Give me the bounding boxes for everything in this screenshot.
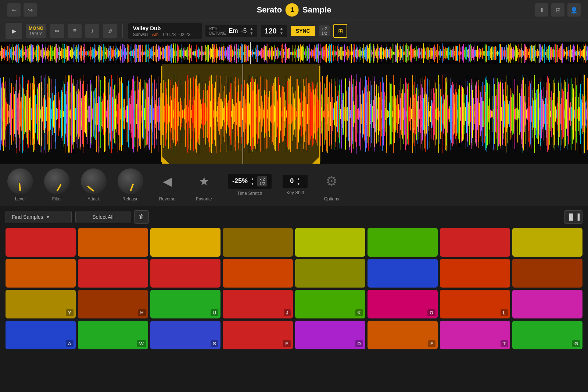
level-label: Level: [15, 196, 26, 202]
track-artist: Subwall: [133, 32, 148, 37]
x2-button[interactable]: x 2 1/2: [319, 25, 330, 36]
bpm-arrows[interactable]: ▲ ▼: [280, 26, 283, 35]
guitar-tool[interactable]: ♪: [85, 24, 99, 38]
attack-knob[interactable]: [81, 168, 107, 194]
pad-r2-c3[interactable]: [150, 259, 220, 288]
pad-r1-c6[interactable]: [368, 228, 438, 257]
user-button[interactable]: 👤: [567, 3, 581, 17]
pencil-tool[interactable]: ✏: [50, 24, 64, 38]
waveform-overview[interactable]: [0, 42, 588, 64]
pad-r1-c7[interactable]: [440, 228, 510, 257]
redo-button[interactable]: ↪: [24, 3, 37, 17]
mono-poly-toggle[interactable]: MONO POLY: [26, 24, 46, 38]
pad-grid: YHUJKOLAWSEDFTG: [6, 228, 582, 349]
pad-r3-c8[interactable]: [512, 290, 582, 318]
time-stretch-arrows[interactable]: ▲ ▼: [251, 177, 254, 186]
sample-text: Sample: [302, 5, 331, 15]
key-shift-up[interactable]: ▲: [297, 177, 300, 181]
pad-r2-c6[interactable]: [368, 259, 438, 288]
view-button[interactable]: ▐▌▐: [564, 210, 582, 224]
level-knob-group: Level: [7, 168, 33, 202]
bpm-down-arrow[interactable]: ▼: [280, 31, 283, 35]
pad-r2-c8[interactable]: [512, 259, 582, 288]
pad-r4-c7[interactable]: T: [440, 321, 510, 349]
time-stretch-multiplier[interactable]: x 2 1/2: [257, 176, 267, 186]
pad-r4-c4[interactable]: E: [223, 321, 293, 349]
time-stretch-section: -25% ▲ ▼ x 2 1/2 Time Stretch: [228, 174, 272, 196]
pad-r2-c1[interactable]: [6, 259, 76, 288]
time-stretch-up[interactable]: ▲: [251, 177, 254, 181]
pad-r4-c2[interactable]: W: [78, 321, 148, 349]
pad-r2-c7[interactable]: [440, 259, 510, 288]
headphone-tool[interactable]: ♬: [103, 24, 117, 38]
key-section: KEY DETUNE Em -5 ▲ ▼: [205, 25, 257, 37]
key-shift-arrows[interactable]: ▲ ▼: [297, 177, 300, 186]
find-samples-arrow: ▼: [46, 215, 50, 219]
settings-button[interactable]: ⊞: [551, 3, 564, 17]
title-bar-left: ↩ ↪: [7, 3, 37, 17]
pad-r4-c8[interactable]: G: [512, 321, 582, 349]
pad-r1-c4[interactable]: [223, 228, 293, 257]
key-up-arrow[interactable]: ▲: [250, 26, 254, 31]
delete-button[interactable]: 🗑: [134, 210, 149, 224]
pad-r4-c6[interactable]: F: [368, 321, 438, 349]
serato-text: Serato: [257, 5, 282, 15]
reverse-button[interactable]: ◀ Reverse: [154, 168, 180, 202]
pad-r3-c7[interactable]: L: [440, 290, 510, 318]
pad-r1-c1[interactable]: [6, 228, 76, 257]
bpm-value: 120: [265, 27, 277, 35]
pad-r3-c6[interactable]: O: [368, 290, 438, 318]
options-button[interactable]: ⚙ Options: [319, 168, 344, 202]
pad-key-r4-c5: D: [355, 340, 363, 347]
pad-r1-c3[interactable]: [150, 228, 220, 257]
title-bar-right: ⬇ ⊞ 👤: [535, 3, 581, 17]
waveform-main[interactable]: [0, 64, 588, 164]
select-all-button[interactable]: Select All: [75, 211, 130, 223]
pad-r2-c4[interactable]: [223, 259, 293, 288]
key-arrows[interactable]: ▲ ▼: [250, 26, 254, 35]
pad-r4-c3[interactable]: S: [150, 321, 220, 349]
pad-r3-c5[interactable]: K: [295, 290, 365, 318]
eq-tool[interactable]: ≡: [68, 24, 82, 38]
pad-r4-c1[interactable]: A: [6, 321, 76, 349]
track-duration: 02:23: [179, 32, 190, 37]
key-shift-down[interactable]: ▼: [297, 182, 300, 186]
pad-r4-c5[interactable]: D: [295, 321, 365, 349]
bpm-up-arrow[interactable]: ▲: [280, 26, 283, 31]
time-stretch-down[interactable]: ▼: [251, 182, 254, 186]
pad-r3-c2[interactable]: H: [78, 290, 148, 318]
options-icon: ⚙: [319, 168, 344, 194]
key-down-arrow[interactable]: ▼: [250, 31, 254, 35]
x2-top: x 2: [322, 26, 327, 31]
link-button[interactable]: ⊞: [333, 24, 347, 38]
bpm-section: 120 ▲ ▼: [261, 25, 287, 37]
pad-r3-c1[interactable]: Y: [6, 290, 76, 318]
track-bpm: 110.78: [162, 32, 176, 37]
time-stretch-label: Time Stretch: [237, 191, 262, 196]
sync-button[interactable]: SYNC: [291, 26, 315, 36]
key-shift-display: 0 ▲ ▼: [283, 175, 308, 188]
undo-button[interactable]: ↩: [7, 3, 21, 17]
pad-r1-c5[interactable]: [295, 228, 365, 257]
pad-r3-c3[interactable]: U: [150, 290, 220, 318]
release-knob[interactable]: [118, 168, 143, 194]
pad-key-r4-c8: G: [572, 340, 580, 347]
level-knob[interactable]: [7, 168, 33, 194]
pad-r1-c2[interactable]: [78, 228, 148, 257]
pad-r2-c2[interactable]: [78, 259, 148, 288]
favorite-button[interactable]: ★ Favorite: [191, 168, 217, 202]
attack-knob-group: Attack: [81, 168, 107, 202]
pad-key-r3-c5: K: [355, 309, 363, 316]
key-detune: -5: [241, 27, 247, 35]
pad-r1-c8[interactable]: [512, 228, 582, 257]
play-button[interactable]: [6, 23, 22, 39]
pad-r2-c5[interactable]: [295, 259, 365, 288]
download-button[interactable]: ⬇: [535, 3, 548, 17]
main-wave-canvas: [0, 64, 588, 164]
filter-knob[interactable]: [44, 168, 70, 194]
x2-bot: 1/2: [322, 31, 327, 35]
pad-r3-c4[interactable]: J: [223, 290, 293, 318]
release-label: Release: [122, 196, 139, 202]
find-samples-button[interactable]: Find Samples ▼: [6, 211, 72, 223]
app-title: Serato 1 Sample: [257, 3, 331, 17]
